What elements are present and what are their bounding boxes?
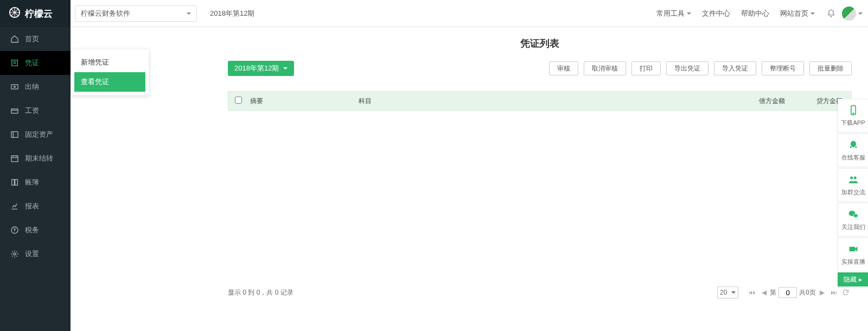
assets-icon	[10, 130, 20, 139]
sidebar: 柠檬云 首页 凭证 出纳 工资 固定资产 期末结转 账簿 报表 税务 设置	[0, 0, 71, 331]
gear-icon	[10, 249, 20, 259]
topnav-files[interactable]: 文件中心	[702, 9, 730, 18]
sidebar-item-assets[interactable]: 固定资产	[0, 123, 71, 147]
submenu-label: 新增凭证	[81, 58, 109, 67]
pager: 显示 0 到 0，共 0 记录 20 ⏮ ◀ 第 共0页 ▶ ⏭	[228, 287, 852, 298]
pager-first-button[interactable]: ⏮	[747, 288, 757, 297]
unaudit-button[interactable]: 取消审核	[584, 61, 626, 75]
select-all-checkbox[interactable]	[235, 97, 242, 104]
sidebar-item-home[interactable]: 首页	[0, 27, 71, 51]
sidebar-item-settings[interactable]: 设置	[0, 242, 71, 266]
submenu-view-voucher[interactable]: 查看凭证	[74, 72, 145, 92]
pager-next-button[interactable]: ▶	[817, 288, 827, 297]
svg-rect-6	[11, 156, 18, 162]
pager-refresh-button[interactable]	[841, 288, 851, 297]
sidebar-item-label: 出纳	[25, 82, 39, 92]
sidebar-item-label: 期末结转	[25, 154, 53, 163]
sidebar-item-label: 首页	[25, 34, 39, 44]
dock-online-service[interactable]: 在线客服	[838, 133, 868, 167]
col-debit: 借方金额	[725, 97, 785, 106]
topnav-help[interactable]: 帮助中心	[741, 9, 769, 18]
topnav-label: 帮助中心	[741, 9, 769, 18]
bell-icon[interactable]	[824, 6, 839, 21]
svg-rect-16	[849, 246, 855, 251]
dock-hide-button[interactable]: 隐藏 ▸	[838, 272, 868, 287]
sidebar-item-label: 税务	[25, 225, 39, 235]
svg-point-15	[853, 214, 858, 218]
ledger-icon	[10, 177, 20, 187]
page-title: 凭证列表	[228, 37, 852, 50]
pager-info: 显示 0 到 0，共 0 记录	[228, 288, 293, 297]
topbar: 柠檬云财务软件 2018年第12期 常用工具 文件中心 帮助中心 网站首页	[71, 0, 868, 27]
lemon-icon	[9, 7, 25, 21]
chart-icon	[10, 201, 20, 211]
topnav-home[interactable]: 网站首页	[780, 9, 815, 18]
topnav-tools[interactable]: 常用工具	[656, 9, 691, 18]
dock-label: 关注我们	[841, 223, 865, 231]
col-account: 科目	[359, 97, 725, 106]
pager-page-input[interactable]	[778, 287, 797, 298]
audit-button[interactable]: 审核	[549, 61, 578, 75]
dock-label: 在线客服	[841, 154, 865, 162]
dock-live[interactable]: 实操直播	[838, 238, 868, 271]
sidebar-item-salary[interactable]: 工资	[0, 99, 71, 123]
import-button[interactable]: 导入凭证	[714, 61, 756, 75]
pager-last-button[interactable]: ⏭	[829, 288, 839, 297]
dock-download-app[interactable]: 下载APP	[838, 99, 868, 132]
svg-point-3	[14, 86, 16, 88]
chevron-down-icon	[858, 12, 863, 17]
export-button[interactable]: 导出凭证	[666, 61, 709, 75]
sidebar-item-ledger[interactable]: 账簿	[0, 170, 71, 194]
dock-group[interactable]: 加群交流	[838, 168, 868, 202]
tax-icon	[10, 225, 20, 235]
reseq-label: 整理断号	[770, 64, 796, 73]
main-content: 凭证列表 2018年第12期 审核 取消审核 打印 导出凭证 导入凭证 整理断号…	[152, 27, 868, 331]
sidebar-item-label: 固定资产	[25, 130, 53, 139]
dock-follow[interactable]: 关注我们	[838, 203, 868, 237]
current-period: 2018年第12期	[210, 9, 254, 18]
sidebar-item-tax[interactable]: 税务	[0, 218, 71, 242]
cash-icon	[10, 82, 20, 92]
page-size-value: 20	[720, 289, 727, 296]
reseq-button[interactable]: 整理断号	[762, 61, 804, 75]
print-button[interactable]: 打印	[631, 61, 661, 75]
pager-prev-button[interactable]: ◀	[759, 288, 769, 297]
sidebar-item-label: 凭证	[25, 58, 39, 68]
dock-label: 实操直播	[841, 258, 865, 266]
sidebar-item-voucher[interactable]: 凭证	[0, 51, 71, 75]
home-icon	[10, 34, 20, 44]
batch-delete-label: 批量删除	[818, 64, 844, 73]
period-picker[interactable]: 2018年第12期	[228, 61, 294, 76]
import-label: 导入凭证	[722, 64, 748, 73]
topnav-label: 文件中心	[702, 9, 730, 18]
topnav-label: 网站首页	[780, 9, 808, 18]
caret-down-icon	[283, 67, 288, 72]
svg-point-12	[850, 176, 853, 179]
voucher-icon	[10, 58, 20, 68]
col-credit: 贷方金额	[785, 97, 845, 106]
qq-icon	[848, 139, 859, 151]
batch-delete-button[interactable]: 批量删除	[809, 61, 852, 75]
svg-point-10	[853, 113, 854, 114]
period-picker-label: 2018年第12期	[234, 63, 279, 73]
submenu-new-voucher[interactable]: 新增凭证	[74, 53, 145, 72]
side-dock: 下载APP 在线客服 加群交流 关注我们 实操直播 隐藏 ▸	[838, 99, 868, 287]
wechat-icon	[848, 209, 859, 221]
page-size-select[interactable]: 20	[717, 287, 738, 298]
unaudit-label: 取消审核	[592, 64, 618, 73]
sidebar-item-report[interactable]: 报表	[0, 194, 71, 218]
dock-hide-label: 隐藏	[844, 275, 857, 284]
app-name: 柠檬云	[25, 8, 53, 20]
sidebar-item-cash[interactable]: 出纳	[0, 75, 71, 99]
calendar-icon	[10, 154, 20, 163]
org-select[interactable]: 柠檬云财务软件	[75, 5, 197, 22]
avatar[interactable]	[842, 7, 856, 21]
sidebar-item-period-end[interactable]: 期末结转	[0, 147, 71, 170]
caret-down-icon	[731, 291, 736, 296]
chevron-down-icon	[187, 12, 191, 17]
svg-rect-2	[11, 85, 18, 89]
col-summary: 摘要	[250, 97, 359, 106]
org-select-value: 柠檬云财务软件	[81, 9, 130, 18]
svg-point-11	[851, 141, 856, 147]
dock-label: 加群交流	[841, 188, 865, 196]
